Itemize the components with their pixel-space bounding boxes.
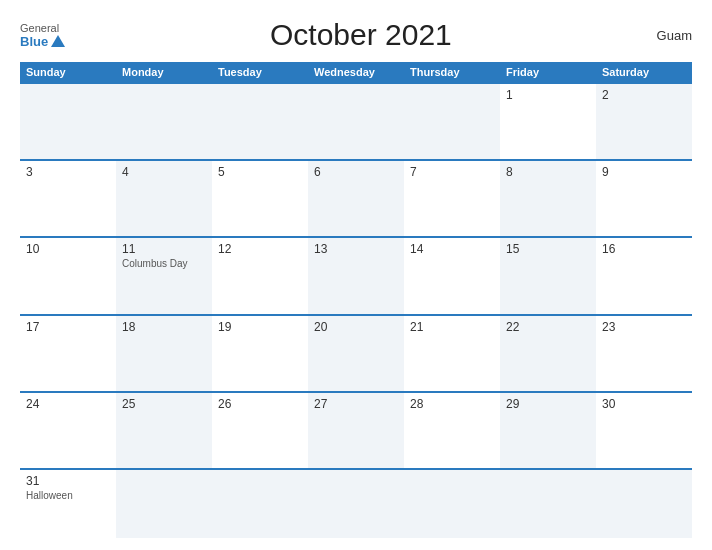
day-11: 11Columbus Day bbox=[116, 238, 212, 313]
day-18: 18 bbox=[116, 316, 212, 391]
cell-empty bbox=[116, 470, 212, 538]
logo-triangle-icon bbox=[51, 35, 65, 47]
logo-blue-text: Blue bbox=[20, 34, 65, 49]
day-14: 14 bbox=[404, 238, 500, 313]
day-23: 23 bbox=[596, 316, 692, 391]
week-row-6: 31Halloween bbox=[20, 468, 692, 538]
calendar-header: Sunday Monday Tuesday Wednesday Thursday… bbox=[20, 62, 692, 82]
day-20: 20 bbox=[308, 316, 404, 391]
calendar-body: 1 2 3 4 5 6 7 8 9 10 11Columbus Day 12 1… bbox=[20, 82, 692, 538]
day-10: 10 bbox=[20, 238, 116, 313]
cell-empty bbox=[212, 470, 308, 538]
day-27: 27 bbox=[308, 393, 404, 468]
logo-blue-label: Blue bbox=[20, 34, 48, 49]
week-row-2: 3 4 5 6 7 8 9 bbox=[20, 159, 692, 236]
logo: General Blue bbox=[20, 22, 65, 49]
day-1: 1 bbox=[500, 84, 596, 159]
col-saturday: Saturday bbox=[596, 62, 692, 82]
col-monday: Monday bbox=[116, 62, 212, 82]
day-15: 15 bbox=[500, 238, 596, 313]
day-21: 21 bbox=[404, 316, 500, 391]
day-25: 25 bbox=[116, 393, 212, 468]
day-8: 8 bbox=[500, 161, 596, 236]
col-thursday: Thursday bbox=[404, 62, 500, 82]
logo-general-text: General bbox=[20, 22, 59, 34]
day-5: 5 bbox=[212, 161, 308, 236]
week-row-3: 10 11Columbus Day 12 13 14 15 16 bbox=[20, 236, 692, 313]
cell-empty bbox=[404, 470, 500, 538]
day-6: 6 bbox=[308, 161, 404, 236]
day-31: 31Halloween bbox=[20, 470, 116, 538]
cell-empty bbox=[596, 470, 692, 538]
cell-empty bbox=[308, 84, 404, 159]
week-row-5: 24 25 26 27 28 29 30 bbox=[20, 391, 692, 468]
calendar: Sunday Monday Tuesday Wednesday Thursday… bbox=[20, 62, 692, 538]
header: General Blue October 2021 Guam bbox=[20, 18, 692, 52]
col-wednesday: Wednesday bbox=[308, 62, 404, 82]
col-friday: Friday bbox=[500, 62, 596, 82]
cell-empty bbox=[20, 84, 116, 159]
cell-empty bbox=[212, 84, 308, 159]
day-28: 28 bbox=[404, 393, 500, 468]
day-24: 24 bbox=[20, 393, 116, 468]
day-19: 19 bbox=[212, 316, 308, 391]
day-29: 29 bbox=[500, 393, 596, 468]
cell-empty bbox=[500, 470, 596, 538]
page: General Blue October 2021 Guam Sunday Mo… bbox=[0, 0, 712, 550]
day-2: 2 bbox=[596, 84, 692, 159]
region-label: Guam bbox=[657, 28, 692, 43]
col-sunday: Sunday bbox=[20, 62, 116, 82]
day-12: 12 bbox=[212, 238, 308, 313]
day-3: 3 bbox=[20, 161, 116, 236]
cell-empty bbox=[116, 84, 212, 159]
cell-empty bbox=[308, 470, 404, 538]
day-17: 17 bbox=[20, 316, 116, 391]
day-22: 22 bbox=[500, 316, 596, 391]
day-26: 26 bbox=[212, 393, 308, 468]
day-4: 4 bbox=[116, 161, 212, 236]
week-row-4: 17 18 19 20 21 22 23 bbox=[20, 314, 692, 391]
cell-empty bbox=[404, 84, 500, 159]
day-9: 9 bbox=[596, 161, 692, 236]
col-tuesday: Tuesday bbox=[212, 62, 308, 82]
week-row-1: 1 2 bbox=[20, 82, 692, 159]
day-7: 7 bbox=[404, 161, 500, 236]
calendar-title: October 2021 bbox=[270, 18, 452, 52]
day-13: 13 bbox=[308, 238, 404, 313]
day-30: 30 bbox=[596, 393, 692, 468]
day-16: 16 bbox=[596, 238, 692, 313]
